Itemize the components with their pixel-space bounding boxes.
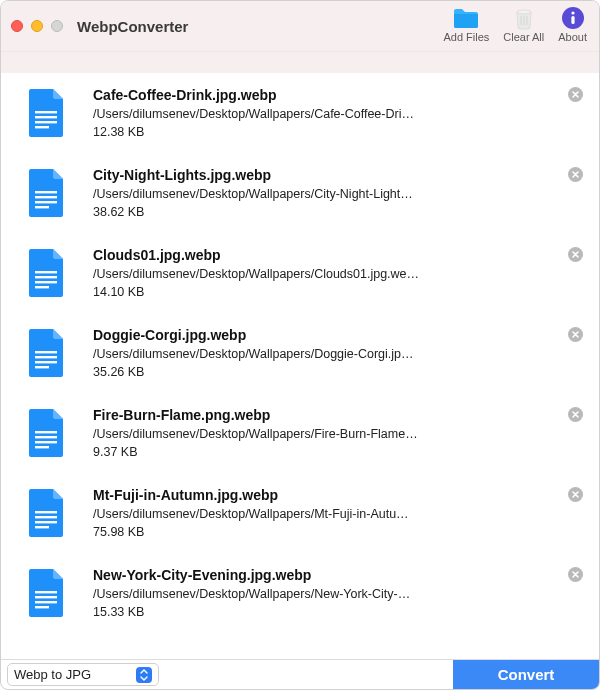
svg-point-2 <box>571 11 574 14</box>
app-title: WebpConverter <box>77 18 188 35</box>
remove-file-button[interactable] <box>568 167 583 182</box>
file-path: /Users/dilumsenev/Desktop/Wallpapers/New… <box>93 587 433 601</box>
minimize-window-button[interactable] <box>31 20 43 32</box>
file-row[interactable]: Mt-Fuji-in-Autumn.jpg.webp /Users/dilums… <box>1 473 599 553</box>
svg-rect-24 <box>35 511 57 513</box>
file-row[interactable]: City-Night-Lights.jpg.webp /Users/dilums… <box>1 153 599 233</box>
file-name: Clouds01.jpg.webp <box>93 247 581 263</box>
svg-rect-10 <box>35 201 57 203</box>
clear-all-label: Clear All <box>503 31 544 43</box>
file-name: City-Night-Lights.jpg.webp <box>93 167 581 183</box>
file-row[interactable]: Doggie-Corgi.jpg.webp /Users/dilumsenev/… <box>1 313 599 393</box>
file-list[interactable]: Cafe-Coffee-Drink.jpg.webp /Users/dilums… <box>1 73 599 659</box>
svg-rect-27 <box>35 526 49 528</box>
remove-file-button[interactable] <box>568 327 583 342</box>
file-size: 14.10 KB <box>93 285 581 299</box>
footer-bar: Webp to JPG Convert <box>1 659 599 689</box>
close-icon <box>571 570 580 579</box>
file-meta: City-Night-Lights.jpg.webp /Users/dilums… <box>93 167 581 219</box>
svg-rect-29 <box>35 596 57 598</box>
svg-rect-4 <box>35 111 57 113</box>
close-icon <box>571 410 580 419</box>
svg-rect-21 <box>35 436 57 438</box>
file-meta: Cafe-Coffee-Drink.jpg.webp /Users/dilums… <box>93 87 581 139</box>
about-button[interactable]: About <box>558 5 587 43</box>
file-path: /Users/dilumsenev/Desktop/Wallpapers/Clo… <box>93 267 433 281</box>
remove-file-button[interactable] <box>568 407 583 422</box>
file-name: Doggie-Corgi.jpg.webp <box>93 327 581 343</box>
add-files-label: Add Files <box>443 31 489 43</box>
svg-rect-16 <box>35 351 57 353</box>
file-size: 12.38 KB <box>93 125 581 139</box>
svg-rect-6 <box>35 121 57 123</box>
footer-spacer <box>159 660 453 689</box>
clear-all-button[interactable]: Clear All <box>503 5 544 43</box>
file-icon <box>25 167 69 219</box>
svg-rect-15 <box>35 286 49 288</box>
svg-rect-7 <box>35 126 49 128</box>
svg-rect-11 <box>35 206 49 208</box>
file-name: Fire-Burn-Flame.png.webp <box>93 407 581 423</box>
toolbar: Add Files Clear All <box>443 5 587 43</box>
file-size: 38.62 KB <box>93 205 581 219</box>
file-icon <box>25 407 69 459</box>
remove-file-button[interactable] <box>568 87 583 102</box>
file-row[interactable]: Clouds01.jpg.webp /Users/dilumsenev/Desk… <box>1 233 599 313</box>
file-row[interactable]: New-York-City-Evening.jpg.webp /Users/di… <box>1 553 599 633</box>
file-name: Mt-Fuji-in-Autumn.jpg.webp <box>93 487 581 503</box>
svg-rect-22 <box>35 441 57 443</box>
file-icon <box>25 487 69 539</box>
remove-file-button[interactable] <box>568 567 583 582</box>
svg-rect-19 <box>35 366 49 368</box>
svg-rect-9 <box>35 196 57 198</box>
svg-rect-25 <box>35 516 57 518</box>
file-name: Cafe-Coffee-Drink.jpg.webp <box>93 87 581 103</box>
svg-rect-23 <box>35 446 49 448</box>
file-path: /Users/dilumsenev/Desktop/Wallpapers/Mt-… <box>93 507 433 521</box>
svg-rect-8 <box>35 191 57 193</box>
file-path: /Users/dilumsenev/Desktop/Wallpapers/Caf… <box>93 107 433 121</box>
remove-file-button[interactable] <box>568 247 583 262</box>
convert-label: Convert <box>498 666 555 683</box>
file-meta: Doggie-Corgi.jpg.webp /Users/dilumsenev/… <box>93 327 581 379</box>
file-name: New-York-City-Evening.jpg.webp <box>93 567 581 583</box>
app-window: WebpConverter Add Files <box>0 0 600 690</box>
zoom-window-button[interactable] <box>51 20 63 32</box>
svg-rect-30 <box>35 601 57 603</box>
file-meta: Mt-Fuji-in-Autumn.jpg.webp /Users/dilums… <box>93 487 581 539</box>
titlebar: WebpConverter Add Files <box>1 1 599 51</box>
file-path: /Users/dilumsenev/Desktop/Wallpapers/Fir… <box>93 427 433 441</box>
format-select[interactable]: Webp to JPG <box>7 663 159 686</box>
close-icon <box>571 250 580 259</box>
file-row[interactable]: Fire-Burn-Flame.png.webp /Users/dilumsen… <box>1 393 599 473</box>
close-window-button[interactable] <box>11 20 23 32</box>
file-size: 35.26 KB <box>93 365 581 379</box>
svg-rect-20 <box>35 431 57 433</box>
file-row[interactable]: Cafe-Coffee-Drink.jpg.webp /Users/dilums… <box>1 73 599 153</box>
folder-icon <box>452 5 480 31</box>
file-meta: Fire-Burn-Flame.png.webp /Users/dilumsen… <box>93 407 581 459</box>
subheader-bar <box>1 51 599 73</box>
convert-button[interactable]: Convert <box>453 660 599 689</box>
svg-point-0 <box>517 10 531 14</box>
close-icon <box>571 330 580 339</box>
file-icon <box>25 87 69 139</box>
svg-rect-28 <box>35 591 57 593</box>
about-label: About <box>558 31 587 43</box>
svg-rect-26 <box>35 521 57 523</box>
svg-rect-13 <box>35 276 57 278</box>
file-meta: New-York-City-Evening.jpg.webp /Users/di… <box>93 567 581 619</box>
file-path: /Users/dilumsenev/Desktop/Wallpapers/Dog… <box>93 347 433 361</box>
file-path: /Users/dilumsenev/Desktop/Wallpapers/Cit… <box>93 187 433 201</box>
svg-rect-17 <box>35 356 57 358</box>
close-icon <box>571 490 580 499</box>
trash-icon <box>510 5 538 31</box>
svg-rect-31 <box>35 606 49 608</box>
file-size: 75.98 KB <box>93 525 581 539</box>
close-icon <box>571 170 580 179</box>
add-files-button[interactable]: Add Files <box>443 5 489 43</box>
svg-rect-14 <box>35 281 57 283</box>
remove-file-button[interactable] <box>568 487 583 502</box>
file-meta: Clouds01.jpg.webp /Users/dilumsenev/Desk… <box>93 247 581 299</box>
file-size: 15.33 KB <box>93 605 581 619</box>
